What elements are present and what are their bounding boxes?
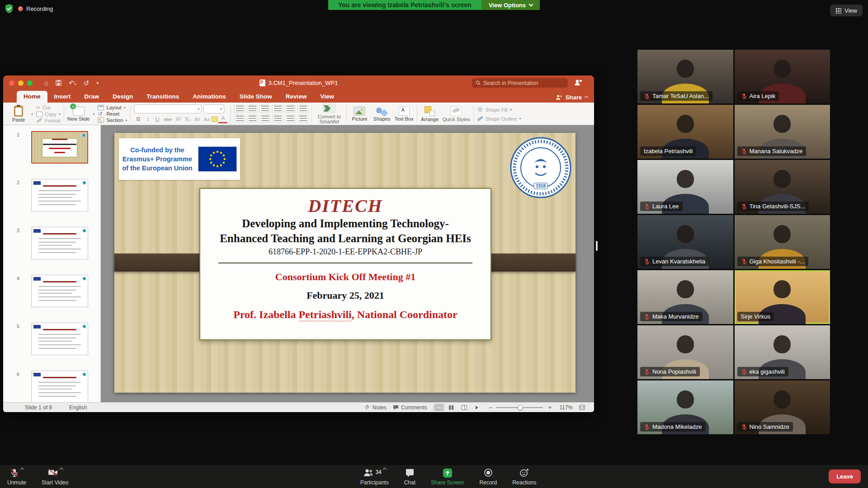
tab-review[interactable]: Review bbox=[279, 91, 314, 103]
columns-button[interactable] bbox=[297, 105, 308, 113]
language-indicator[interactable]: English bbox=[69, 404, 87, 411]
fit-slide-button[interactable] bbox=[579, 405, 585, 410]
new-slide-button[interactable]: New Slide bbox=[67, 107, 90, 122]
tab-design[interactable]: Design bbox=[106, 91, 140, 103]
participant-tile-giga-khositashvili[interactable]: Giga Khositashvili -... bbox=[735, 215, 830, 269]
audio-options-chevron[interactable] bbox=[20, 468, 24, 471]
university-seal[interactable]: 1918 bbox=[509, 136, 572, 199]
participant-tile-nona-popiashvili[interactable]: Nona Popiashvili bbox=[637, 325, 733, 379]
convert-smartart-button[interactable]: Convert to SmartArt bbox=[315, 103, 343, 124]
slideshow-button[interactable] bbox=[472, 404, 482, 411]
zoom-in-button[interactable]: ＋ bbox=[547, 404, 553, 412]
unmute-button[interactable]: Unmute bbox=[6, 465, 27, 488]
search-box[interactable] bbox=[472, 78, 568, 88]
reading-view-button[interactable] bbox=[459, 404, 470, 411]
change-case-button[interactable]: Aa bbox=[202, 115, 211, 123]
slide-title[interactable]: DITECH bbox=[200, 195, 491, 216]
fullscreen-window-button[interactable] bbox=[27, 80, 33, 86]
numbering-button[interactable] bbox=[247, 105, 258, 113]
slide-thumbnail-3[interactable] bbox=[31, 227, 88, 259]
slide-sorter-view-button[interactable] bbox=[446, 404, 457, 411]
slide-text-box[interactable]: DITECH Developing and Implementing Techn… bbox=[199, 188, 491, 340]
chat-button[interactable]: Chat bbox=[403, 465, 416, 488]
zoom-slider[interactable]: − ＋ bbox=[489, 404, 553, 412]
align-left-button[interactable] bbox=[234, 115, 245, 123]
font-name-select[interactable]: ▾ bbox=[134, 104, 202, 113]
zoom-slider-knob[interactable] bbox=[518, 405, 523, 410]
normal-view-button[interactable] bbox=[434, 404, 444, 411]
start-video-button[interactable]: Start Video bbox=[41, 465, 69, 488]
notes-toggle[interactable]: Notes bbox=[364, 404, 387, 411]
slide-thumbnail-2[interactable] bbox=[31, 179, 88, 211]
text-direction-button[interactable] bbox=[285, 115, 296, 123]
eu-funding-logo[interactable]: Co-funded by the Erasmus+ Programme of t… bbox=[119, 138, 240, 180]
participant-tile-aira-lepik[interactable]: Aira Lepik bbox=[735, 50, 830, 103]
slide-thumbnail-5[interactable] bbox=[31, 323, 88, 355]
meeting-date[interactable]: February 25, 2021 bbox=[200, 290, 491, 301]
arrange-button[interactable]: Arrange bbox=[420, 106, 439, 122]
quick-styles-button[interactable]: Quick Styles bbox=[443, 106, 470, 122]
reactions-button[interactable]: Reactions bbox=[511, 465, 537, 488]
panel-resize-handle[interactable] bbox=[596, 241, 598, 251]
tab-home[interactable]: Home bbox=[17, 91, 47, 103]
layout-button[interactable]: Layout ▾ bbox=[98, 105, 127, 110]
insert-textbox-button[interactable]: Text Box bbox=[394, 107, 413, 122]
slide-thumbnail-1[interactable] bbox=[31, 131, 88, 164]
tab-transitions[interactable]: Transitions bbox=[140, 91, 186, 103]
bullets-button[interactable] bbox=[234, 105, 245, 113]
leave-button[interactable]: Leave bbox=[829, 469, 861, 483]
search-input[interactable] bbox=[483, 80, 564, 86]
close-window-button[interactable] bbox=[9, 80, 14, 86]
project-code[interactable]: 618766-EPP-1-2020-1-EE-EPPKA2-CBHE-JP bbox=[200, 247, 491, 257]
slide-subtitle-line2[interactable]: Enhanced Teaching and Learning at Georgi… bbox=[200, 231, 491, 246]
customize-toolbar-icon[interactable]: ▾ bbox=[96, 80, 99, 85]
minimize-window-button[interactable] bbox=[18, 80, 24, 86]
participant-tile-tina-gelashvili-sjs[interactable]: Tina Gelashvili-SJS... bbox=[735, 160, 830, 214]
share-screen-button[interactable]: Share Screen bbox=[430, 465, 465, 488]
new-slide-dropdown-arrow[interactable]: ▾ bbox=[93, 112, 94, 116]
video-options-chevron[interactable] bbox=[59, 468, 63, 471]
strikethrough-button[interactable]: abe bbox=[162, 115, 173, 123]
tab-slide-show[interactable]: Slide Show bbox=[233, 91, 279, 103]
tab-animations[interactable]: Animations bbox=[186, 91, 233, 103]
underline-button[interactable]: U bbox=[153, 115, 162, 123]
font-size-select[interactable]: ▾ bbox=[203, 104, 224, 113]
subscript-button[interactable]: X₂ bbox=[183, 115, 192, 123]
participant-tile-tamar-tesau-aslan[interactable]: Tamar TeSaU Aslan... bbox=[637, 50, 733, 103]
tab-draw[interactable]: Draw bbox=[77, 91, 106, 103]
slide-thumbnail-4[interactable] bbox=[31, 275, 88, 307]
slide-1[interactable]: Co-funded by the Erasmus+ Programme of t… bbox=[114, 133, 576, 393]
comments-toggle[interactable]: Comments bbox=[393, 404, 427, 411]
copy-button[interactable]: Copy ▾ bbox=[36, 112, 61, 117]
recording-indicator[interactable]: Recording bbox=[18, 5, 53, 12]
superscript-button[interactable]: X² bbox=[174, 115, 183, 123]
redo-icon[interactable]: ↺ bbox=[84, 79, 90, 87]
account-icon[interactable] bbox=[574, 79, 582, 87]
security-shield-icon[interactable] bbox=[5, 4, 14, 14]
italic-button[interactable]: I bbox=[143, 115, 152, 123]
tab-view[interactable]: View bbox=[313, 91, 341, 103]
bold-button[interactable]: B bbox=[134, 115, 143, 123]
format-painter-button[interactable]: Format bbox=[36, 118, 61, 123]
increase-indent-button[interactable] bbox=[272, 105, 283, 113]
slide-subtitle-line1[interactable]: Developing and Implementing Technology- bbox=[200, 216, 491, 231]
justify-button[interactable] bbox=[272, 115, 283, 123]
shape-outline-button[interactable]: Shape Outline▾ bbox=[477, 116, 521, 122]
participant-tile-levan-kvaratskhelia[interactable]: Levan Kvaratskhelia bbox=[637, 215, 733, 269]
undo-icon[interactable]: ↶▾ bbox=[69, 79, 76, 87]
align-text-button[interactable] bbox=[297, 115, 308, 123]
participant-tile-maka-murvanidze[interactable]: Maka Murvanidze bbox=[637, 270, 733, 324]
align-right-button[interactable] bbox=[259, 115, 270, 123]
cut-button[interactable]: ✂Cut bbox=[36, 105, 61, 111]
line-spacing-button[interactable] bbox=[285, 105, 296, 113]
insert-picture-button[interactable]: Picture bbox=[350, 107, 369, 122]
participant-tile-sirje-virkus[interactable]: Sirje Virkus bbox=[735, 270, 830, 324]
paste-button[interactable]: Paste bbox=[9, 106, 28, 122]
slide-thumbnail-6[interactable] bbox=[31, 371, 88, 402]
view-options-dropdown[interactable]: View Options bbox=[481, 0, 540, 10]
font-color-button[interactable]: A bbox=[218, 115, 227, 123]
zoom-percentage[interactable]: 117% bbox=[559, 404, 573, 411]
save-icon[interactable] bbox=[56, 80, 61, 86]
text-highlight-button[interactable] bbox=[212, 117, 218, 122]
insert-shapes-button[interactable]: Shapes bbox=[372, 107, 391, 122]
